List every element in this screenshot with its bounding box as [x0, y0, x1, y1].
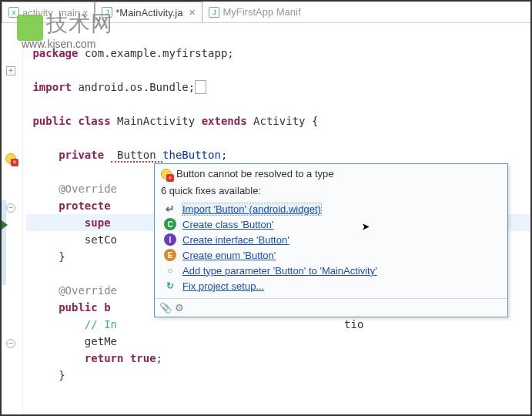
java-file-icon: J: [209, 7, 219, 18]
quickfix-popup: Button cannot be resolved to a type 6 qu…: [154, 163, 508, 317]
change-bar: [2, 200, 6, 285]
tab-label: MyFirstApp Manif: [223, 6, 300, 18]
code-line: // In tio: [26, 318, 363, 330]
mouse-cursor-icon: ➤: [362, 219, 370, 235]
fold-collapse-icon[interactable]: −: [6, 203, 15, 213]
close-tab-icon[interactable]: ✕: [189, 8, 196, 18]
tab-main-activity[interactable]: J *MainActivity.ja ✕: [95, 2, 202, 22]
quickfix-item-fix-project[interactable]: ↻ Fix project setup...: [162, 278, 501, 294]
quickfix-item-create-enum[interactable]: E Create enum 'Button': [162, 247, 501, 263]
quickfix-link[interactable]: Import 'Button' (android.widget): [182, 203, 321, 215]
code-line: private Button theButton;: [26, 149, 227, 163]
code-line: @Override: [26, 183, 117, 195]
tab-label: activity_main.x: [22, 7, 88, 18]
lightbulb-error-icon: [161, 169, 172, 179]
import-icon: ↵: [164, 203, 176, 215]
quickfix-item-create-interface[interactable]: I Create interface 'Button': [162, 232, 501, 247]
code-line: public b: [26, 301, 111, 314]
quickfix-subtitle: 6 quick fixes available:: [155, 183, 507, 201]
code-line: setCo: [26, 233, 117, 246]
code-line: public class MainActivity extends Activi…: [26, 115, 318, 127]
tab-label: *MainActivity.ja: [115, 7, 182, 18]
code-line: import android.os.Bundle;: [26, 80, 206, 94]
gutter: + − −: [2, 23, 23, 414]
code-line: @Override: [26, 284, 117, 297]
attach-icon[interactable]: 📎: [159, 302, 172, 314]
tab-activity-main[interactable]: x activity_main.x: [2, 2, 95, 22]
fold-expand-icon[interactable]: +: [6, 66, 15, 75]
quickfix-link[interactable]: Create interface 'Button': [182, 234, 289, 246]
settings-icon[interactable]: ⚙: [175, 302, 184, 314]
quickfix-list: ↵ Import 'Button' (android.widget) C Cre…: [155, 201, 507, 298]
code-line: getMe: [26, 335, 117, 347]
quickfix-link[interactable]: Create enum 'Button': [182, 250, 276, 261]
quickfix-link[interactable]: Add type parameter 'Button' to 'MainActi…: [182, 265, 377, 277]
override-marker-icon: [2, 220, 8, 230]
interface-icon: I: [164, 233, 176, 246]
xml-file-icon: x: [8, 7, 19, 18]
quickfix-link[interactable]: Fix project setup...: [182, 280, 264, 292]
fold-collapse-icon[interactable]: −: [6, 339, 15, 348]
editor-tab-bar: x activity_main.x J *MainActivity.ja ✕ J…: [2, 2, 530, 23]
type-param-icon: ○: [164, 264, 176, 277]
quickfix-header: Button cannot be resolved to a type: [155, 164, 507, 183]
project-setup-icon: ↻: [164, 280, 176, 292]
quickfix-item-type-parameter[interactable]: ○ Add type parameter 'Button' to 'MainAc…: [162, 263, 501, 278]
error-marker-icon[interactable]: [5, 153, 17, 165]
quickfix-item-create-class[interactable]: C Create class 'Button': [162, 216, 501, 232]
enum-icon: E: [164, 249, 176, 261]
quickfix-item-import[interactable]: ↵ Import 'Button' (android.widget): [162, 201, 501, 216]
quickfix-link[interactable]: Create class 'Button': [182, 219, 273, 230]
java-file-icon: J: [102, 7, 112, 18]
code-line: }: [26, 250, 65, 263]
code-line: return true;: [26, 352, 162, 364]
quickfix-title: Button cannot be resolved to a type: [176, 168, 334, 179]
class-icon: C: [164, 218, 176, 230]
tab-manifest[interactable]: J MyFirstApp Manif: [202, 2, 306, 22]
code-line: package com.example.myfirstapp;: [26, 47, 234, 59]
quickfix-footer: 📎 ⚙: [155, 298, 507, 317]
code-line: }: [26, 369, 65, 381]
